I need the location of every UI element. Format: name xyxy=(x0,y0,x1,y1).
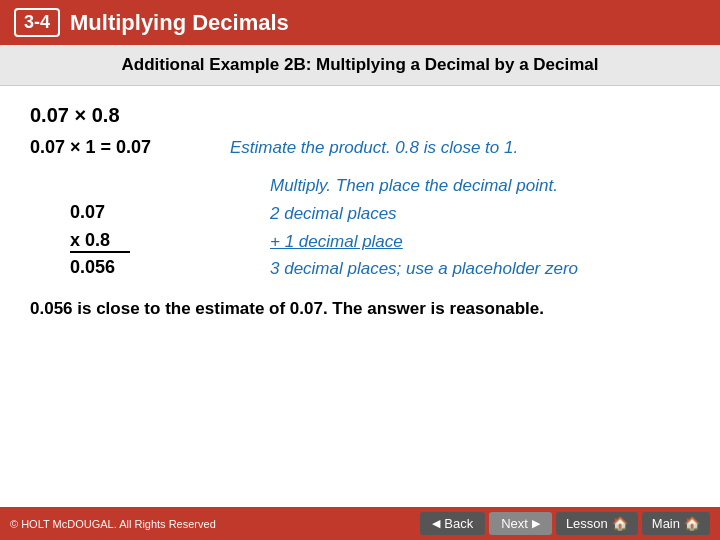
calc-row-num2: x 0.8 + 1 decimal place xyxy=(70,230,690,254)
note-places2: + 1 decimal place xyxy=(270,230,403,254)
calc-result-left: 0.056 xyxy=(70,257,270,278)
multiply-note-intro: Multiply. Then place the decimal point. xyxy=(270,174,558,198)
calc-row-intro: Multiply. Then place the decimal point. xyxy=(70,174,690,198)
calc-num2: x 0.8 xyxy=(70,230,130,253)
step1-label: 0.07 × 1 = 0.07 xyxy=(30,137,230,158)
footer-buttons: ◀ Back Next ▶ Lesson 🏠 Main 🏠 xyxy=(420,512,710,535)
calc-num2-left: x 0.8 xyxy=(70,230,270,253)
header-title: Multiplying Decimals xyxy=(70,10,289,36)
calc-row-result: 0.056 3 decimal places; use a placeholde… xyxy=(70,257,690,281)
header: 3-4 Multiplying Decimals xyxy=(0,0,720,45)
lesson-badge: 3-4 xyxy=(14,8,60,37)
calc-num1: 0.07 xyxy=(70,202,270,223)
footer-copyright: © HOLT McDOUGAL. All Rights Reserved xyxy=(10,518,216,530)
footer: © HOLT McDOUGAL. All Rights Reserved ◀ B… xyxy=(0,507,720,540)
problem-title: 0.07 × 0.8 xyxy=(30,104,690,127)
vertical-calc: Multiply. Then place the decimal point. … xyxy=(70,174,690,281)
back-button[interactable]: ◀ Back xyxy=(420,512,485,535)
conclusion: 0.056 is close to the estimate of 0.07. … xyxy=(30,297,690,321)
content-area: 0.07 × 0.8 0.07 × 1 = 0.07 Estimate the … xyxy=(0,86,720,331)
home-icon: 🏠 xyxy=(612,516,628,531)
calc-row-num1: 0.07 2 decimal places xyxy=(70,202,690,226)
main-button[interactable]: Main 🏠 xyxy=(642,512,710,535)
note-places1: 2 decimal places xyxy=(270,202,397,226)
subtitle-bar: Additional Example 2B: Multiplying a Dec… xyxy=(0,45,720,86)
next-arrow-icon: ▶ xyxy=(532,517,540,530)
step1-row: 0.07 × 1 = 0.07 Estimate the product. 0.… xyxy=(30,137,690,160)
back-arrow-icon: ◀ xyxy=(432,517,440,530)
subtitle-text: Additional Example 2B: Multiplying a Dec… xyxy=(121,55,598,74)
next-button[interactable]: Next ▶ xyxy=(489,512,552,535)
main-icon: 🏠 xyxy=(684,516,700,531)
calc-num1-left: 0.07 xyxy=(70,202,270,223)
lesson-button[interactable]: Lesson 🏠 xyxy=(556,512,638,535)
calc-result: 0.056 xyxy=(70,257,270,278)
note-places3: 3 decimal places; use a placeholder zero xyxy=(270,257,578,281)
step1-note: Estimate the product. 0.8 is close to 1. xyxy=(230,137,518,160)
